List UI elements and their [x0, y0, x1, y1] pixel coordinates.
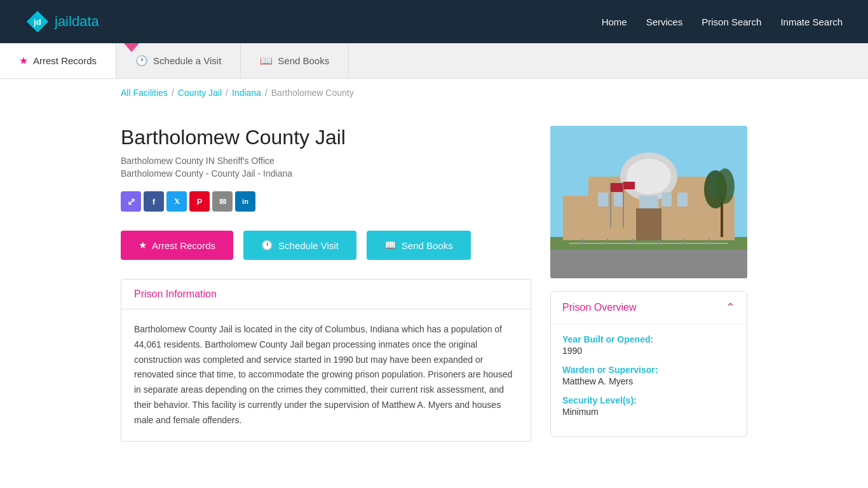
main-content: Bartholomew County Jail Bartholomew Coun… [0, 107, 868, 461]
svg-rect-10 [661, 193, 672, 207]
share-icon-button[interactable]: ⤢ [121, 191, 141, 212]
right-column: Prison Overview ⌃ Year Built or Opened: … [550, 126, 747, 437]
svg-point-22 [715, 168, 735, 204]
logo-area[interactable]: jd jaildata [25, 10, 99, 34]
security-value: Minimum [562, 407, 735, 417]
prison-info-text: Bartholomew County Jail is located in th… [134, 322, 518, 428]
prison-overview-header: Prison Overview ⌃ [551, 292, 747, 324]
svg-rect-17 [611, 183, 623, 192]
page-title: Bartholomew County Jail [121, 126, 531, 149]
subnav-arrest-records[interactable]: ★ Arrest Records [0, 43, 116, 78]
svg-rect-9 [614, 193, 624, 207]
main-nav: Home Services Prison Search Inmate Searc… [602, 17, 843, 27]
subtitle-2: Bartholomew County - County Jail - India… [121, 168, 531, 179]
clock-icon: 🕐 [135, 55, 148, 67]
arrest-records-button[interactable]: ★ Arrest Records [121, 231, 233, 260]
breadcrumb-current: Bartholomew County [271, 88, 354, 98]
twitter-button[interactable]: 𝕏 [166, 191, 187, 212]
svg-rect-19 [623, 182, 635, 189]
svg-rect-8 [598, 193, 608, 207]
facebook-button[interactable]: f [144, 191, 164, 212]
prison-overview-card: Prison Overview ⌃ Year Built or Opened: … [550, 291, 747, 437]
breadcrumb-sep3: / [265, 88, 268, 98]
subnav-send-books[interactable]: 📖 Send Books [241, 43, 349, 78]
warden-label: Warden or Supervisor: [562, 365, 735, 375]
svg-rect-12 [636, 208, 661, 240]
prison-info-header: Prison Information [121, 280, 531, 309]
prison-overview-title: Prison Overview [562, 302, 636, 313]
collapse-icon[interactable]: ⌃ [726, 301, 735, 315]
pinterest-button[interactable]: P [189, 191, 210, 212]
breadcrumb-county-jail[interactable]: County Jail [178, 88, 222, 98]
svg-rect-14 [563, 196, 595, 240]
svg-rect-13 [639, 196, 658, 208]
arrest-star-icon: ★ [139, 240, 147, 251]
breadcrumb-sep1: / [172, 88, 174, 98]
left-column: Bartholomew County Jail Bartholomew Coun… [121, 126, 531, 442]
action-buttons: ★ Arrest Records 🕐 Schedule Visit 📖 Send… [121, 231, 531, 260]
nav-prison-search[interactable]: Prison Search [702, 17, 761, 27]
prison-info-body: Bartholomew County Jail is located in th… [121, 309, 531, 441]
warden-field: Warden or Supervisor: Matthew A. Myers [562, 365, 735, 386]
warden-value: Matthew A. Myers [562, 376, 735, 386]
logo-text: jaildata [55, 13, 99, 30]
security-label: Security Level(s): [562, 395, 735, 405]
breadcrumb: All Facilities / County Jail / Indiana /… [0, 79, 868, 107]
schedule-clock-icon: 🕐 [261, 240, 273, 251]
subnav-triangle [124, 43, 139, 52]
nav-home[interactable]: Home [602, 17, 627, 27]
prison-overview-body: Year Built or Opened: 1990 Warden or Sup… [551, 324, 747, 436]
year-label: Year Built or Opened: [562, 334, 735, 344]
building-svg [550, 126, 747, 278]
linkedin-button[interactable]: in [235, 191, 255, 212]
svg-rect-11 [677, 193, 688, 207]
schedule-visit-button[interactable]: 🕐 Schedule Visit [243, 231, 356, 260]
star-icon: ★ [19, 55, 28, 67]
security-field: Security Level(s): Minimum [562, 395, 735, 417]
year-value: 1990 [562, 346, 735, 356]
nav-inmate-search[interactable]: Inmate Search [780, 17, 843, 27]
book-icon: 📖 [260, 55, 273, 67]
breadcrumb-all-facilities[interactable]: All Facilities [121, 88, 168, 98]
books-icon: 📖 [384, 240, 397, 251]
logo-icon: jd [25, 10, 50, 34]
year-field: Year Built or Opened: 1990 [562, 334, 735, 356]
subtitle-1: Bartholomew County IN Sheriff's Office [121, 156, 531, 166]
svg-rect-4 [550, 250, 747, 278]
social-row: ⤢ f 𝕏 P ✉ in [121, 191, 531, 212]
svg-text:jd: jd [33, 17, 41, 27]
prison-info-title: Prison Information [134, 288, 518, 300]
send-books-button[interactable]: 📖 Send Books [367, 231, 471, 260]
email-button[interactable]: ✉ [212, 191, 233, 212]
breadcrumb-sep2: / [226, 88, 228, 98]
breadcrumb-indiana[interactable]: Indiana [232, 88, 261, 98]
prison-info-card: Prison Information Bartholomew County Ja… [121, 279, 531, 442]
header: jd jaildata Home Services Prison Search … [0, 0, 868, 43]
nav-services[interactable]: Services [646, 17, 683, 27]
subnav: ★ Arrest Records 🕐 Schedule a Visit 📖 Se… [0, 43, 868, 79]
facility-image [550, 126, 747, 278]
